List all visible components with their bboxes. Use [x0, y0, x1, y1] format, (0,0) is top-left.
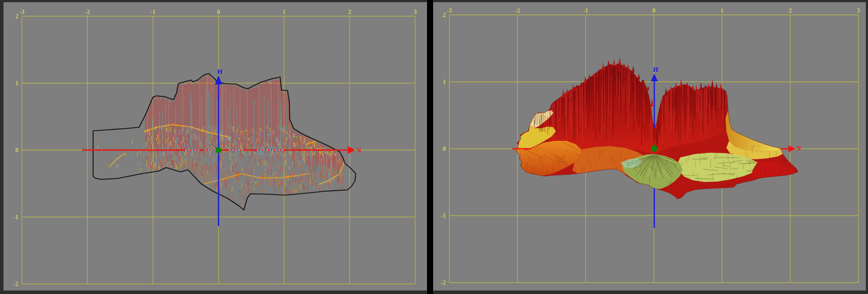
x-tick-label: 2 [348, 9, 351, 15]
x-tick-label: 1 [283, 9, 286, 15]
x-tick-label: -3 [447, 7, 452, 14]
north-axis-arrowhead [788, 145, 795, 152]
workspace: -3-2-10123210-1-2NH -3-2-10123210-1-2NH [0, 0, 868, 294]
y-tick-label: 0 [15, 147, 18, 154]
x-tick-label: -2 [85, 9, 90, 15]
y-tick-label: 2 [15, 13, 18, 20]
cross-section-canvas: -3-2-10123210-1-2NH [3, 2, 427, 290]
surface-model [516, 63, 798, 199]
y-tick-label: -2 [13, 281, 18, 287]
y-tick-label: 0 [443, 146, 446, 152]
y-tick-label: -2 [441, 280, 446, 286]
x-tick-label: -2 [515, 7, 520, 14]
x-tick-label: -1 [583, 7, 588, 14]
x-tick-label: -3 [19, 9, 24, 15]
y-tick-label: 2 [443, 12, 446, 18]
viewport-divider [427, 0, 433, 294]
north-axis-label: N [796, 145, 801, 152]
x-tick-label: 3 [414, 9, 417, 15]
x-tick-label: 3 [857, 7, 860, 14]
x-tick-label: 1 [721, 7, 724, 14]
y-tick-label: 1 [443, 79, 446, 85]
y-tick-label: -1 [441, 213, 446, 219]
x-tick-label: 0 [217, 9, 220, 15]
origin-marker [215, 147, 222, 153]
surface-region-slope [726, 110, 781, 152]
origin-marker [651, 146, 657, 152]
north-axis-arrowhead [348, 146, 355, 154]
height-axis-label: H [653, 66, 658, 73]
surface-canvas: -3-2-10123210-1-2NH [433, 2, 866, 290]
height-axis-label: H [217, 68, 222, 75]
viewport-3d-surface[interactable]: -3-2-10123210-1-2NH [433, 2, 866, 290]
x-tick-label: 2 [789, 7, 792, 14]
y-tick-label: -1 [13, 214, 18, 220]
viewport-cross-section[interactable]: -3-2-10123210-1-2NH [3, 2, 427, 290]
y-tick-label: 1 [15, 80, 18, 87]
height-axis-arrowhead [651, 74, 658, 81]
drillhole-point-cloud [94, 74, 345, 207]
north-axis-label: N [357, 147, 361, 154]
x-tick-label: 0 [653, 7, 656, 14]
x-tick-label: -1 [150, 9, 156, 15]
